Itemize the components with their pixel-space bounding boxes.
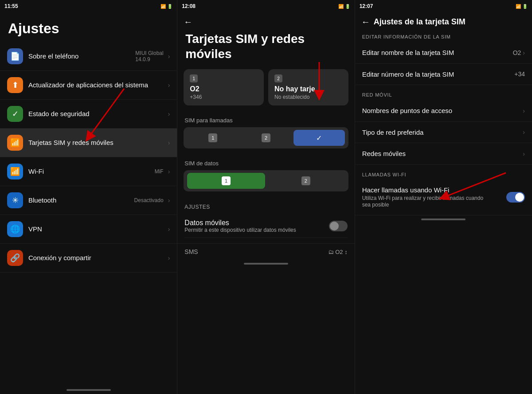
datos-num-1: 1 [222,176,231,185]
back-arrow-2[interactable]: ← [184,17,192,27]
sim-card-2[interactable]: 2 No hay tarje… No establecido [268,69,348,105]
llamadas-check-icon: ✓ [316,134,322,142]
editar-nombre-title: Editar nombre de la tarjeta SIM [362,48,454,57]
bluetooth-text: Bluetooth [28,196,134,205]
bottom-bar-2 [177,260,354,268]
datos-btn-2[interactable]: 2 [267,173,345,189]
time-1: 11:55 [4,3,18,9]
conexion-text: Conexión y compartir [28,254,166,262]
hacer-llamadas-knob [515,193,524,202]
sim-cards-row: 1 O2 +346 2 No hay tarje… No establecido [177,69,354,113]
sim-datos-toggle: 1 2 [184,170,348,191]
editar-numero-item[interactable]: Editar número de la tarjeta SIM +34 [355,64,532,86]
sim-card-1[interactable]: 1 O2 +346 [184,69,264,105]
settings-item-actualizador[interactable]: ⬆ Actualizador de aplicaciones del siste… [0,71,177,100]
status-icons-2: 📶 🔋 [338,4,350,9]
sim-datos-label: SIM de datos [177,156,354,170]
nombres-puntos-title: Nombres de puntos de acceso [362,106,452,115]
sim-text: Tarjetas SIM y redes móviles [28,138,166,147]
redes-moviles-right: › [523,150,525,157]
nombres-puntos-right: › [523,107,525,114]
editar-numero-right: +34 [514,70,525,78]
settings-item-wifi[interactable]: 📶 Wi-Fi MiF › [0,157,177,186]
bluetooth-title: Bluetooth [28,196,134,205]
hacer-llamadas-row: Hacer llamadas usando Wi-Fi Utiliza Wi-F… [355,180,532,215]
conexion-title: Conexión y compartir [28,254,166,262]
hacer-llamadas-sub: Utiliza Wi-Fi para realizar y recibir ll… [362,195,486,209]
llamadas-btn-1[interactable]: 1 [187,130,239,146]
nombres-puntos-item[interactable]: Nombres de puntos de acceso › [355,100,532,122]
sim-llamadas-label: SIM para llamadas [177,113,354,127]
settings-item-conexion[interactable]: 🔗 Conexión y compartir › [0,244,177,273]
settings-item-seguridad[interactable]: ✓ Estado de seguridad › [0,100,177,129]
conexion-icon: 🔗 [7,250,23,266]
hacer-llamadas-title: Hacer llamadas usando Wi-Fi [362,186,486,194]
sim-chevron: › [168,139,170,146]
telefono-title: Sobre el teléfono [28,52,135,61]
ajustes-block: AJUSTES Datos móviles Permitir a este di… [177,199,354,240]
wifi-chevron: › [168,168,170,175]
bottom-bar-3 [355,215,532,223]
seguridad-text: Estado de seguridad [28,109,166,118]
settings-item-bluetooth[interactable]: ✳ Bluetooth Desactivado › [0,186,177,215]
datos-moviles-sub: Permitir a este dispositivo utilizar dat… [184,227,296,233]
panel2-back-bar: ← [177,12,354,27]
conexion-chevron: › [168,254,170,261]
wifi-rightinfo: MiF [155,168,164,175]
sim1-name: O2 [190,85,258,93]
editar-nombre-chev: › [523,49,525,56]
settings-item-telefono[interactable]: 📄 Sobre el teléfono MIUI Global14.0.9 › [0,42,177,71]
redes-moviles-item[interactable]: Redes móviles › [355,143,532,165]
actualizador-chevron: › [168,82,170,89]
panel2-title: Tarjetas SIM y redes móviles [177,27,354,69]
vpn-title: VPN [28,225,166,234]
sim1-number: +346 [190,94,258,100]
status-bar-2: 12:08 📶 🔋 [177,0,354,12]
wifi-title: Wi-Fi [28,167,155,176]
llamadas-num-1: 1 [208,133,217,142]
llamadas-btn-check[interactable]: ✓ [293,130,345,146]
sim2-badge: 2 [274,74,282,82]
back-arrow-3[interactable]: ← [361,17,370,27]
bluetooth-chevron: › [168,197,170,204]
actualizador-text: Actualizador de aplicaciones del sistema [28,81,166,90]
actualizador-title: Actualizador de aplicaciones del sistema [28,81,166,90]
editar-nombre-right: O2 › [513,49,525,56]
actualizador-icon: ⬆ [7,77,23,93]
hacer-llamadas-left: Hacer llamadas usando Wi-Fi Utiliza Wi-F… [362,186,486,209]
llamadas-btn-2[interactable]: 2 [240,130,292,146]
sms-row[interactable]: SMS 🗂 O2 ↕ [177,243,354,260]
red-movil-label: RED MÓVIL [355,85,532,100]
settings-item-sim[interactable]: 📶 Tarjetas SIM y redes móviles › [0,129,177,157]
tipo-red-item[interactable]: Tipo de red preferida › [355,122,532,144]
editar-info-label: EDITAR INFORMACIÓN DE LA SIM [355,27,532,42]
panel-ajustes: 11:55 📶 🔋 Ajustes 📄 Sobre el teléfono MI… [0,0,177,394]
nav-indicator-2 [244,263,288,265]
vpn-text: VPN [28,225,166,234]
time-3: 12:07 [360,3,373,9]
panel-sim: 12:08 📶 🔋 ← Tarjetas SIM y redes móviles… [177,0,355,394]
status-icons-1: 📶 🔋 [160,4,172,9]
telefono-chevron: › [168,53,170,60]
editar-numero-val: +34 [514,70,525,78]
sim2-name: No hay tarje… [274,85,342,93]
wifi-icon: 📶 [7,164,23,179]
status-bar-3: 12:07 📶 🔋 [355,0,532,12]
telefono-text: Sobre el teléfono [28,52,135,61]
hacer-llamadas-toggle[interactable] [506,192,525,203]
datos-moviles-toggle[interactable] [329,221,348,231]
settings-list: 📄 Sobre el teléfono MIUI Global14.0.9 › … [0,42,177,273]
datos-moviles-row: Datos móviles Permitir a este dispositiv… [184,215,347,238]
redes-moviles-title: Redes móviles [362,149,406,158]
telefono-rightinfo: MIUI Global14.0.9 [135,50,163,62]
bluetooth-status: Desactivado [134,197,164,203]
ajustes-block-label: AJUSTES [184,204,347,210]
panel-sim-settings: 12:07 📶 🔋 ← Ajustes de la tarjeta SIM ED… [355,0,532,394]
bottom-bar-1 [0,386,177,394]
llamadas-wifi-label: LLAMADAS WI-FI [355,165,532,180]
datos-btn-1[interactable]: 1 [187,173,265,189]
settings-item-vpn[interactable]: 🌐 VPN › [0,215,177,244]
back-title-3: Ajustes de la tarjeta SIM [374,17,466,27]
editar-nombre-item[interactable]: Editar nombre de la tarjeta SIM O2 › [355,42,532,64]
tipo-red-right: › [523,129,525,136]
